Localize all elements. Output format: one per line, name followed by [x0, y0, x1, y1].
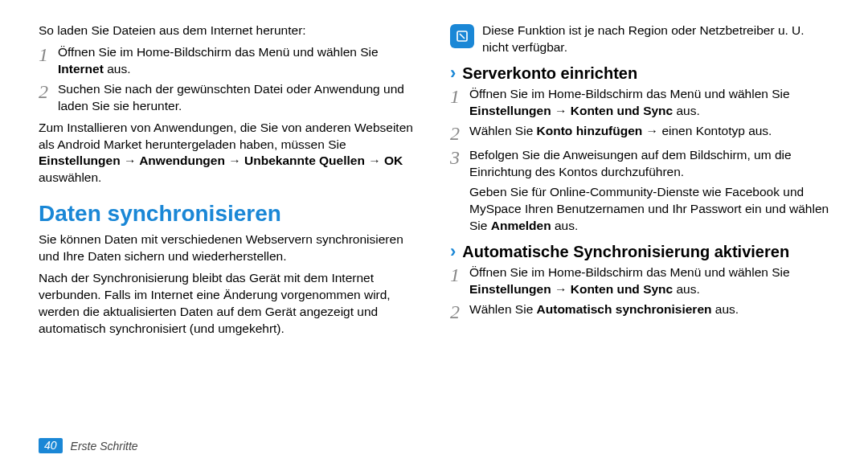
paragraph: Geben Sie für Online-Community-Dienste w…	[450, 184, 829, 235]
text: Öffnen Sie im Home-Bildschirm das Menü u…	[469, 265, 790, 279]
step-row: 1 Öffnen Sie im Home-Bildschirm das Menü…	[450, 264, 829, 298]
step-number: 2	[450, 301, 469, 322]
note-block: Diese Funktion ist je nach Region oder N…	[450, 23, 829, 56]
bold: Einstellungen → Konten und Sync	[469, 282, 673, 296]
text: auswählen.	[39, 170, 101, 184]
page-number: 40	[39, 438, 63, 453]
step-text: Öffnen Sie im Home-Bildschirm das Menü u…	[58, 44, 418, 78]
intro-text: So laden Sie Dateien aus dem Internet he…	[39, 23, 418, 39]
left-column: So laden Sie Dateien aus dem Internet he…	[39, 23, 418, 342]
svg-line-1	[460, 34, 465, 39]
step-number: 3	[450, 147, 469, 168]
page-body: So laden Sie Dateien aus dem Internet he…	[0, 0, 868, 342]
step-row: 3 Befolgen Sie die Anweisungen auf dem B…	[450, 147, 829, 181]
bold: Anmelden	[491, 219, 551, 232]
note-text: Diese Funktion ist je nach Region oder N…	[482, 23, 829, 56]
text: → einen Kontotyp aus.	[642, 124, 772, 137]
bold: Einstellungen → Anwendungen → Unbekannte…	[39, 154, 403, 167]
text: Wählen Sie	[469, 124, 537, 137]
text: aus.	[712, 302, 739, 316]
step-text: Befolgen Sie die Anweisungen auf dem Bil…	[469, 147, 829, 181]
step-text: Öffnen Sie im Home-Bildschirm das Menü u…	[469, 264, 829, 298]
text: Zum Installieren von Anwendungen, die Si…	[39, 121, 413, 151]
step-number: 1	[39, 44, 58, 65]
chevron-right-icon: ›	[450, 243, 456, 260]
step-row: 2 Wählen Sie Konto hinzufügen → einen Ko…	[450, 123, 829, 144]
step-row: 1 Öffnen Sie im Home-Bildschirm das Menü…	[450, 86, 829, 120]
text: Öffnen Sie im Home-Bildschirm das Menü u…	[469, 87, 790, 100]
subsection-title: Serverkonto einrichten	[462, 64, 637, 83]
text: Wählen Sie	[469, 302, 537, 316]
paragraph: Nach der Synchronisierung bleibt das Ger…	[39, 270, 418, 338]
step-number: 2	[39, 81, 58, 102]
step-text: Wählen Sie Konto hinzufügen → einen Kont…	[469, 123, 829, 140]
step-number: 1	[450, 264, 469, 285]
step-number: 2	[450, 123, 469, 144]
bold: Automatisch synchronisieren	[537, 302, 712, 316]
note-icon	[450, 24, 474, 48]
text: aus.	[673, 104, 700, 117]
step-text: Suchen Sie nach der gewünschten Datei od…	[58, 81, 418, 115]
step-row: 1 Öffnen Sie im Home-Bildschirm das Menü…	[39, 44, 418, 78]
text: aus.	[104, 62, 131, 76]
text: Öffnen Sie im Home-Bildschirm das Menü u…	[58, 45, 379, 59]
paragraph: Sie können Daten mit verschiedenen Webse…	[39, 231, 418, 265]
chevron-right-icon: ›	[450, 64, 456, 82]
step-row: 2 Wählen Sie Automatisch synchronisieren…	[450, 301, 829, 322]
step-text: Wählen Sie Automatisch synchronisieren a…	[469, 301, 829, 318]
page-footer: 40 Erste Schritte	[39, 438, 138, 453]
footer-section-label: Erste Schritte	[71, 440, 138, 453]
bold: Konto hinzufügen	[537, 124, 643, 137]
step-row: 2 Suchen Sie nach der gewünschten Datei …	[39, 81, 418, 115]
right-column: Diese Funktion ist je nach Region oder N…	[450, 23, 829, 342]
bold: Internet	[58, 62, 104, 76]
step-text: Öffnen Sie im Home-Bildschirm das Menü u…	[469, 86, 829, 120]
text: aus.	[551, 219, 579, 232]
paragraph: Zum Installieren von Anwendungen, die Si…	[39, 120, 418, 187]
subsection-title: Automatische Synchronisierung aktivieren	[462, 243, 789, 261]
step-number: 1	[450, 86, 469, 107]
bold: Einstellungen → Konten und Sync	[469, 104, 673, 117]
subsection-heading: › Automatische Synchronisierung aktivier…	[450, 243, 829, 261]
section-heading: Daten synchronisieren	[39, 201, 418, 227]
subsection-heading: › Serverkonto einrichten	[450, 64, 829, 83]
text: aus.	[673, 282, 700, 296]
